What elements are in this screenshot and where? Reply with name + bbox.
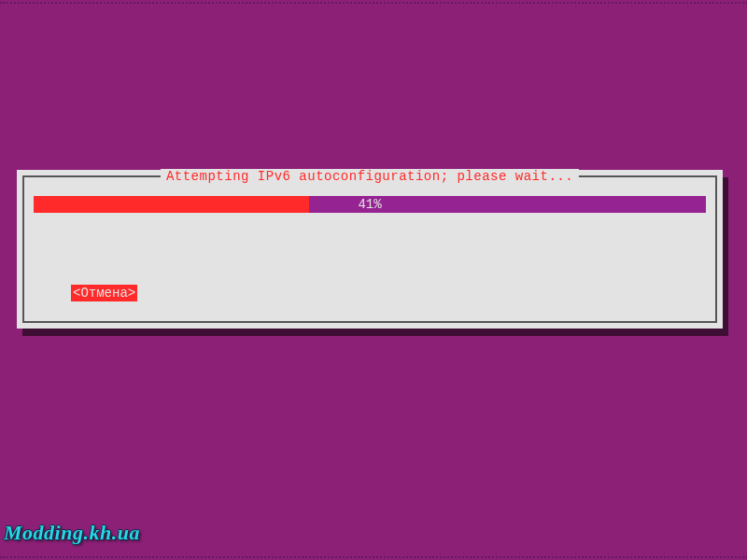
top-divider (0, 2, 747, 6)
progress-percent-label: 41% (34, 196, 706, 213)
installer-screen: Attempting IPv6 autoconfiguration; pleas… (0, 0, 747, 560)
progress-dialog: Attempting IPv6 autoconfiguration; pleas… (17, 170, 723, 329)
progress-bar: 41% (34, 196, 706, 213)
dialog-title: Attempting IPv6 autoconfiguration; pleas… (161, 169, 579, 184)
watermark-text: Modding.kh.ua (4, 521, 140, 545)
cancel-button[interactable]: <Отмена> (71, 285, 137, 301)
bottom-divider (0, 554, 747, 558)
progress-track: 41% (34, 196, 706, 213)
dialog-frame: Attempting IPv6 autoconfiguration; pleas… (22, 175, 717, 323)
